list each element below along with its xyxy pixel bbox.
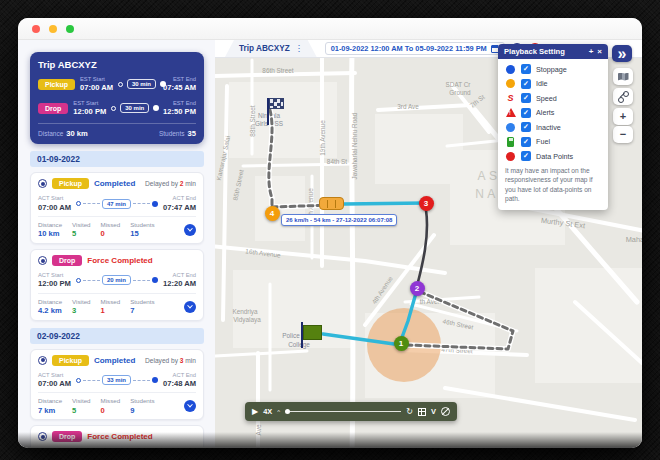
alerts-checkbox[interactable]: ✓ [521, 108, 531, 118]
trip-radio[interactable] [38, 256, 47, 265]
zoom-out-button[interactable]: − [613, 126, 633, 143]
trip-sidebar: Trip ABCXYZ Pickup EST Start07:00 AM 30 … [18, 40, 215, 447]
status-text: Completed [94, 179, 135, 188]
minimize-window-button[interactable] [49, 25, 57, 33]
stop-marker-3[interactable]: 3 [419, 196, 434, 211]
panel-title: Playback Setting [504, 47, 585, 56]
stoppage-icon [506, 65, 515, 74]
drop-badge: Drop [52, 255, 82, 266]
students-value: 9 [130, 406, 154, 416]
trip-tab[interactable]: Trip ABCXYZ ⋮ [225, 40, 317, 57]
destination-flag-icon[interactable] [269, 98, 284, 109]
trip-radio[interactable] [38, 356, 47, 365]
trip-card-drop[interactable]: Drop Force Completed ACT Start07:00 AM 4… [30, 425, 204, 447]
data-points-checkbox[interactable]: ✓ [521, 151, 531, 161]
start-node-icon [76, 378, 81, 383]
start-node-icon [76, 278, 81, 283]
duration-connector: 30 min [118, 79, 158, 89]
expand-card-button[interactable] [184, 400, 196, 412]
trip-title: Trip ABCXYZ [38, 59, 196, 70]
kebab-menu-icon[interactable]: ⋮ [295, 44, 303, 53]
speed-icon: S [507, 94, 513, 103]
move-icon[interactable]: + [589, 48, 594, 56]
date-range-text: 01-09-2022 12:00 AM To 05-09-2022 11:59 … [331, 44, 487, 53]
delay-text: Delayed by 3 min [145, 357, 196, 364]
end-node-icon [152, 201, 158, 207]
stats-row: Distance4.2 km Visited3 Missed1 Students… [38, 298, 196, 316]
distance-value: 30 km [66, 129, 88, 138]
inactive-checkbox[interactable]: ✓ [521, 122, 531, 132]
setting-row-speed: S ✓ Speed [505, 93, 601, 103]
route-icon [618, 91, 629, 102]
distance-value: 7 km [38, 406, 62, 416]
end-node-icon [153, 105, 159, 111]
trip-radio[interactable] [38, 432, 47, 441]
visited-value: 5 [72, 406, 90, 416]
date-range-picker[interactable]: 01-09-2022 12:00 AM To 05-09-2022 11:59 … [325, 42, 505, 55]
est-start-label: EST Start [80, 76, 113, 83]
expand-card-button[interactable] [184, 224, 196, 236]
playback-speed[interactable]: 4X [263, 407, 272, 416]
stop-marker-1[interactable]: 1 [394, 336, 409, 351]
desktop-background: Trip ABCXYZ Pickup EST Start07:00 AM 30 … [0, 0, 660, 460]
setting-row-alerts: ! ✓ Alerts [505, 108, 601, 118]
distance-value: 4.2 km [38, 306, 62, 316]
setting-row-data-points: ✓ Data Points [505, 151, 601, 161]
students-label: Students [159, 130, 185, 137]
est-end-label: EST End [163, 100, 196, 107]
missed-value: 0 [101, 406, 121, 416]
trip-card-drop[interactable]: Drop Force Completed ACT Start12:00 PM 2… [30, 249, 204, 321]
act-start-time: 07:00 AM [38, 379, 71, 388]
vehicle-tooltip: 26 km/h - 54 km - 27-12-2022 06:07:08 [281, 214, 397, 226]
play-icon[interactable]: ▶ [252, 408, 258, 416]
stop-marker-2[interactable]: 2 [410, 281, 425, 296]
end-node-icon [152, 277, 158, 283]
distance-label: Distance [38, 130, 63, 137]
disable-overlay-icon[interactable] [441, 407, 450, 416]
zoom-window-button[interactable] [66, 25, 74, 33]
fuel-checkbox[interactable]: ✓ [521, 137, 531, 147]
drop-badge: Drop [52, 431, 82, 442]
stats-row: Distance10 km Visited5 Missed0 Students1… [38, 221, 196, 239]
close-window-button[interactable] [32, 25, 40, 33]
idle-checkbox[interactable]: ✓ [521, 79, 531, 89]
drop-badge: Drop [38, 103, 68, 114]
close-icon[interactable]: × [597, 48, 602, 56]
playback-slider[interactable] [285, 409, 401, 414]
trip-radio[interactable] [38, 179, 47, 188]
summary-drop-row: Drop EST Start12:00 PM 30 min EST End12:… [38, 100, 196, 117]
trip-summary-card: Trip ABCXYZ Pickup EST Start07:00 AM 30 … [30, 52, 204, 144]
speed-checkbox[interactable]: ✓ [521, 93, 531, 103]
fuel-icon [507, 137, 514, 147]
zoom-in-button[interactable]: + [613, 108, 633, 125]
pickup-badge: Pickup [52, 178, 89, 189]
missed-value: 1 [101, 306, 121, 316]
visited-value: 5 [72, 229, 90, 239]
events-grid-icon[interactable] [418, 408, 426, 416]
pickup-badge: Pickup [52, 355, 89, 366]
trip-card-pickup[interactable]: Pickup Completed Delayed by 2 min ACT St… [30, 172, 204, 244]
status-text: Force Completed [87, 256, 152, 265]
expand-panel-button[interactable]: » [612, 45, 632, 62]
map-layers-button[interactable] [613, 68, 633, 85]
checkpoint-icon[interactable]: V [431, 407, 436, 416]
app-window: Trip ABCXYZ Pickup EST Start07:00 AM 30 … [18, 18, 642, 448]
slider-rail[interactable] [290, 411, 401, 413]
stats-row: Distance7 km Visited5 Missed0 Students9 [38, 397, 196, 415]
est-start-label: EST Start [73, 100, 106, 107]
duration-pill: 30 min [120, 103, 149, 113]
trip-card-pickup[interactable]: Pickup Completed Delayed by 3 min ACT St… [30, 349, 204, 421]
panel-note: It may have an impact on the responsiven… [505, 166, 601, 204]
bus-icon[interactable] [319, 197, 344, 210]
playback-settings-panel: Playback Setting + × ✓ Stoppage ✓ [498, 44, 608, 210]
school-marker[interactable] [303, 325, 322, 340]
map-panel: Trip ABCXYZ ⋮ 01-09-2022 12:00 AM To 05-… [215, 40, 642, 447]
replay-icon[interactable]: ↻ [406, 408, 413, 416]
stop-marker-4[interactable]: 4 [265, 206, 280, 221]
stoppage-checkbox[interactable]: ✓ [521, 64, 531, 74]
act-end-time: 12:20 AM [163, 279, 196, 288]
expand-card-button[interactable] [184, 301, 196, 313]
route-points-button[interactable] [613, 88, 633, 105]
speed-caret-icon[interactable]: ^ [277, 409, 280, 415]
duration-connector: 30 min [111, 103, 158, 113]
